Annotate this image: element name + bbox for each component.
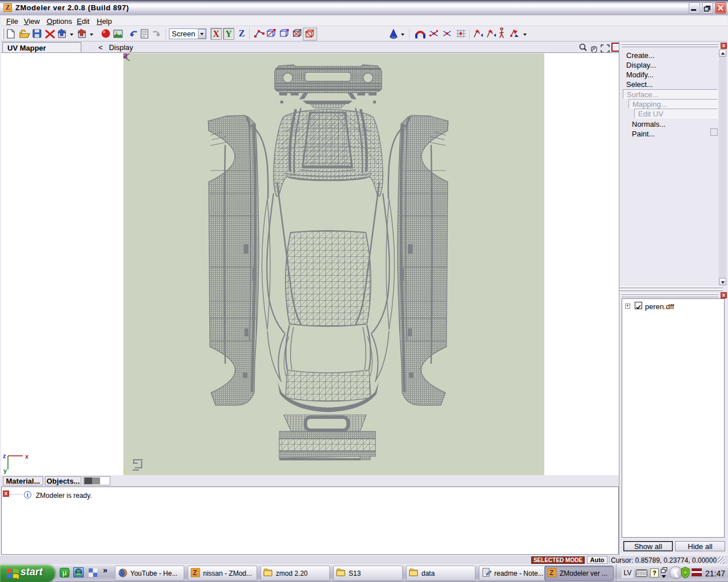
svg-text:x: x xyxy=(25,453,29,460)
svg-text:Z: Z xyxy=(193,569,197,577)
svg-text:y: y xyxy=(3,467,7,474)
svg-text:Z: Z xyxy=(549,569,553,577)
svg-text:z: z xyxy=(3,452,6,459)
